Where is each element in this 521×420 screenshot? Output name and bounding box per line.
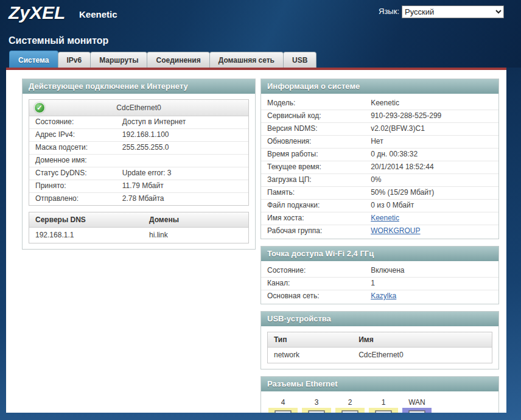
page-title: Системный монитор: [9, 35, 108, 46]
column-header: Имя: [358, 335, 486, 344]
table-header-row: Серверы DNSДомены: [29, 212, 248, 228]
rj45-port-icon: [369, 408, 398, 413]
column-header: Тип: [274, 335, 358, 344]
info-row: Файл подкачки:0 из 0 Мбайт: [261, 200, 498, 212]
panel-title: Действующее подключение к Интернету: [23, 79, 255, 94]
row-value: 192.168.1.100: [122, 130, 242, 139]
tab-ipv6[interactable]: IPv6: [58, 52, 91, 68]
row-value: 1: [371, 279, 492, 288]
row-label: Отправлено:: [35, 194, 122, 203]
column-header: Домены: [149, 215, 242, 224]
connection-detail-box: ✓ CdcEthernet0 Состояние:Доступ в Интерн…: [29, 99, 249, 206]
port-label: 2: [335, 398, 365, 407]
language-select[interactable]: Русский: [402, 5, 504, 18]
row-label: Адрес IPv4:: [35, 130, 122, 139]
rj45-port-icon: [402, 408, 432, 413]
table-header-row: ТипИмя: [268, 332, 492, 348]
row-label: Загрузка ЦП:: [267, 175, 371, 184]
info-row: Основная сеть:Kazylka: [261, 290, 498, 303]
value-link[interactable]: Keenetic: [371, 214, 399, 222]
row-label: Основная сеть:: [267, 292, 371, 301]
table-row: 192.168.1.1hi.link: [29, 228, 248, 243]
info-row: Рабочая группа:WORKGROUP: [261, 225, 498, 237]
row-value: 20/1/2014 18:52:44: [371, 163, 492, 172]
info-row: Текущее время:20/1/2014 18:52:44: [261, 161, 498, 174]
connection-rows: Состояние:Доступ в ИнтернетАдрес IPv4:19…: [29, 116, 248, 205]
product-name: Keenetic: [79, 9, 117, 19]
value-link[interactable]: Kazylka: [371, 292, 396, 300]
system-info-rows: Модель:KeeneticСервисный код:910-293-288…: [261, 94, 498, 239]
row-label: Доменное имя:: [35, 156, 122, 165]
row-value: Включена: [371, 266, 492, 275]
usb-devices-table: ТипИмяnetworkCdcEthernet0: [267, 332, 492, 363]
table-cell: CdcEthernet0: [358, 351, 486, 359]
row-value: [122, 156, 242, 165]
row-value: WORKGROUP: [371, 226, 492, 236]
row-label: Рабочая группа:: [267, 226, 371, 236]
row-value: v2.02(BFW.3)C1: [371, 124, 492, 133]
value-link[interactable]: WORKGROUP: [371, 226, 420, 235]
row-value: Update error: 3: [122, 169, 242, 178]
info-row: Версия NDMS:v2.02(BFW.3)C1: [261, 123, 498, 136]
row-label: Канал:: [267, 279, 371, 288]
info-row: Имя хоста:Keenetic: [261, 212, 498, 225]
row-value: Kazylka: [371, 292, 492, 301]
row-value: 11.79 Мбайт: [122, 181, 242, 191]
row-value: 0 дн. 00:38:32: [371, 150, 492, 159]
ethernet-ports-row: 4321100MFDXWAN: [267, 397, 492, 413]
panel-title: Точка доступа Wi-Fi 2,4 ГГц: [261, 247, 498, 261]
ethernet-port-2: 2: [335, 398, 365, 413]
row-label: Состояние:: [267, 266, 371, 275]
panel-title: Разъемы Ethernet: [261, 377, 498, 391]
language-selector-group: Язык:Русский: [379, 5, 504, 18]
rj45-port-icon: [268, 408, 298, 413]
column-header: Серверы DNS: [35, 215, 149, 224]
tab-home-network[interactable]: Домашняя сеть: [209, 52, 284, 68]
info-row: Адрес IPv4:192.168.1.100: [29, 129, 248, 142]
row-value: Keenetic: [371, 214, 492, 223]
ethernet-port-3: 3: [302, 398, 331, 413]
tab-routes[interactable]: Маршруты: [90, 52, 147, 68]
info-row: Состояние:Доступ в Интернет: [29, 116, 248, 129]
tab-bar: СистемаIPv6МаршрутыСоединенияДомашняя се…: [9, 51, 316, 68]
info-row: Память:50% (15/29 Мбайт): [261, 187, 498, 200]
row-label: Память:: [267, 188, 371, 197]
tab-connections[interactable]: Соединения: [147, 52, 209, 68]
row-label: Принято:: [35, 181, 122, 191]
info-row: Доменное имя:: [29, 155, 248, 167]
row-value: Keenetic: [371, 99, 492, 108]
language-label: Язык:: [379, 7, 399, 16]
row-value: 255.255.255.0: [122, 143, 242, 152]
table-cell: hi.link: [149, 231, 242, 239]
info-row: Состояние:Включена: [261, 265, 498, 278]
row-value: 0%: [371, 175, 492, 184]
info-row: Модель:Keenetic: [261, 97, 498, 110]
port-label: 4: [268, 398, 298, 407]
row-value: 910-293-288-525-299: [371, 111, 492, 121]
usb-devices-panel: USB-устройства ТипИмяnetworkCdcEthernet0: [260, 311, 499, 369]
info-row: Обновления:Нет: [261, 136, 498, 149]
info-row: Время работы:0 дн. 00:38:32: [261, 149, 498, 161]
row-label: Сервисный код:: [267, 111, 371, 121]
row-label: Модель:: [267, 99, 371, 108]
row-value: Доступ в Интернет: [122, 117, 242, 127]
ethernet-port-4: 4: [268, 398, 298, 413]
port-label: 1: [369, 398, 398, 407]
info-row: Статус DyDNS:Update error: 3: [29, 167, 248, 180]
row-value: Нет: [371, 137, 492, 146]
row-label: Версия NDMS:: [267, 124, 371, 133]
row-label: Обновления:: [267, 137, 371, 146]
row-value: 2.78 Мбайта: [122, 194, 242, 203]
zyxel-logo: ZyXEL: [9, 2, 65, 23]
ethernet-ports-panel: Разъемы Ethernet 4321100MFDXWAN: [260, 376, 499, 413]
interface-name: CdcEthernet0: [45, 103, 233, 112]
tab-usb[interactable]: USB: [283, 52, 316, 68]
info-row: Сервисный код:910-293-288-525-299: [261, 110, 498, 123]
port-label: 3: [302, 398, 331, 407]
row-label: Состояние:: [35, 117, 122, 127]
page-header: ZyXEL Keenetic Язык:Русский Системный мо…: [0, 0, 521, 68]
wifi-rows: Состояние:ВключенаКанал:1Основная сеть:K…: [261, 261, 498, 304]
dns-servers-table: Серверы DNSДомены192.168.1.1hi.link: [29, 212, 249, 243]
tab-system[interactable]: Система: [9, 51, 58, 68]
info-row: Канал:1: [261, 278, 498, 290]
